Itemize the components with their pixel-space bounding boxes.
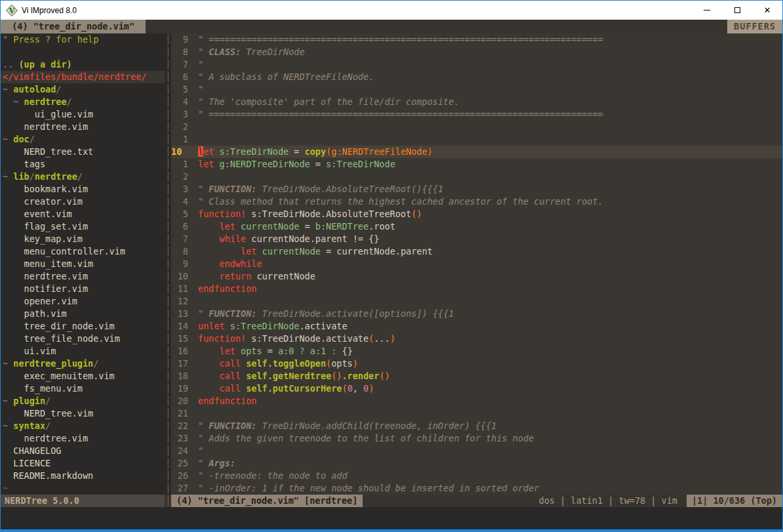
code-line[interactable]: 18 call self.getNerdtree().render()	[171, 370, 782, 382]
tree-file-syntax-nerdtree-vim[interactable]: nerdtree.vim	[1, 432, 165, 445]
line-number: 3	[171, 183, 188, 195]
code-line[interactable]: 7 while currentNode.parent != {}	[171, 233, 782, 245]
code-line[interactable]: 1	[171, 133, 782, 146]
tree-dir-autoload-nerdtree[interactable]: ~ nerdtree/	[1, 96, 165, 108]
tree-dir-syntax[interactable]: ~ syntax/	[1, 420, 165, 432]
code-line[interactable]: 25" Args:	[171, 457, 782, 470]
code-line[interactable]: 6 let currentNode = b:NERDTree.root	[171, 220, 782, 233]
tree-dir-doc[interactable]: ~ doc/	[1, 133, 165, 146]
code-text: while currentNode.parent != {}	[198, 233, 379, 245]
code-text: "	[198, 58, 203, 71]
code-line[interactable]: 6" A subclass of NERDTreeFileNode.	[171, 71, 782, 83]
tree-file-exec-menuitem[interactable]: exec_menuitem.vim	[1, 370, 165, 382]
tree-dir-plugin[interactable]: ~ plugin/	[1, 395, 165, 407]
tree-file-key-map[interactable]: key_map.vim	[1, 233, 165, 245]
tree-file-tags[interactable]: tags	[1, 158, 165, 171]
tree-file-changelog[interactable]: CHANGELOG	[1, 445, 165, 457]
tree-file-menu-controller[interactable]: menu_controller.vim	[1, 245, 165, 258]
tree-file-notifier[interactable]: notifier.vim	[1, 283, 165, 295]
line-number: 5	[171, 208, 188, 220]
code-line[interactable]: 13" FUNCTION: TreeDirNode.activate([opti…	[171, 308, 782, 320]
code-line[interactable]: 12	[171, 295, 782, 308]
tree-file-autoload-nerdtree-vim[interactable]: nerdtree.vim	[1, 121, 165, 133]
tree-file-tree-file-node[interactable]: tree_file_node.vim	[1, 333, 165, 345]
code-text: " FUNCTION: TreeDirNode.AbsoluteTreeRoot…	[198, 183, 443, 195]
tree-file-tree-dir-node[interactable]: tree_dir_node.vim	[1, 320, 165, 333]
tree-file-opener[interactable]: opener.vim	[1, 295, 165, 308]
code-text: " Args:	[198, 457, 235, 470]
code-text: return currentNode	[198, 270, 315, 283]
window-split-separator[interactable]: │ │ │ │ │ │ │ │ │ │ │ │ │ │ │ │ │ │ │ │ …	[165, 33, 171, 495]
tree-file-ui[interactable]: ui.vim	[1, 345, 165, 358]
code-line-cursor[interactable]: 10let s:TreeDirNode = copy(g:NERDTreeFil…	[171, 146, 782, 158]
code-line[interactable]: 4" The 'composite' part of the file/dir …	[171, 96, 782, 108]
code-line[interactable]: 15function! s:TreeDirNode.activate(...)	[171, 333, 782, 345]
line-number: 25	[171, 457, 188, 470]
tree-dir-lib-nerdtree[interactable]: ~ lib/nerdtree/	[1, 171, 165, 183]
code-text: call self.putCursorHere(0, 0)	[198, 382, 374, 395]
code-line[interactable]: 8" CLASS: TreeDirNode	[171, 46, 782, 58]
command-line[interactable]	[1, 507, 782, 529]
tab-tree-dir-node[interactable]: (4) "tree_dir_node.vim"	[1, 20, 146, 33]
code-line[interactable]: 9" =====================================…	[171, 33, 782, 46]
line-number: 12	[171, 295, 188, 308]
code-line[interactable]: 22" FUNCTION: TreeDirNode.addChild(treen…	[171, 420, 782, 432]
code-line[interactable]: 9 endwhile	[171, 258, 782, 270]
code-line[interactable]: 3" =====================================…	[171, 108, 782, 121]
tree-dir-autoload[interactable]: ~ autoload/	[1, 83, 165, 96]
code-line[interactable]: 24"	[171, 445, 782, 457]
code-line[interactable]: 17 call self.toggleOpen(opts)	[171, 358, 782, 370]
maximize-icon	[734, 7, 740, 13]
tree-file-bookmark[interactable]: bookmark.vim	[1, 183, 165, 195]
close-button[interactable]: ✕	[752, 1, 782, 20]
window-title: Vi IMproved 8.0	[22, 6, 692, 15]
tree-file-path[interactable]: path.vim	[1, 308, 165, 320]
maximize-button[interactable]	[722, 1, 752, 20]
code-line[interactable]: 1let g:NERDTreeDirNode = s:TreeDirNode	[171, 158, 782, 171]
tree-end-of-buffer[interactable]: ~	[1, 482, 165, 495]
tree-file-menu-item[interactable]: menu_item.vim	[1, 258, 165, 270]
tree-file-creator[interactable]: creator.vim	[1, 195, 165, 208]
code-line[interactable]: 5function! s:TreeDirNode.AbsoluteTreeRoo…	[171, 208, 782, 220]
tree-file-ui-glue[interactable]: ui_glue.vim	[1, 108, 165, 121]
tree-file-fs-menu[interactable]: fs_menu.vim	[1, 382, 165, 395]
tree-file-flag-set[interactable]: flag_set.vim	[1, 220, 165, 233]
tree-file-nerd-tree-txt[interactable]: NERD_tree.txt	[1, 146, 165, 158]
editor-pane[interactable]: 9" =====================================…	[171, 33, 782, 495]
nerdtree-pane[interactable]: " Press ? for help.. (up a dir)</vimfile…	[1, 33, 165, 495]
code-line[interactable]: 2	[171, 171, 782, 183]
tree-dir-nerdtree-plugin[interactable]: ~ nerdtree_plugin/	[1, 358, 165, 370]
tree-file-event[interactable]: event.vim	[1, 208, 165, 220]
code-line[interactable]: 7"	[171, 58, 782, 71]
code-line[interactable]: 10 return currentNode	[171, 270, 782, 283]
code-text: " CLASS: TreeDirNode	[198, 46, 305, 58]
code-line[interactable]: 26" -treenode: the node to add	[171, 470, 782, 482]
code-line[interactable]: 8 let currentNode = currentNode.parent	[171, 245, 782, 258]
code-line[interactable]: 20endfunction	[171, 395, 782, 407]
line-number: 10	[171, 146, 188, 158]
code-text: let currentNode = currentNode.parent	[198, 245, 433, 258]
code-line[interactable]: 27" -inOrder: 1 if the new node should b…	[171, 482, 782, 495]
code-line[interactable]: 23" Adds the given treenode to the list …	[171, 432, 782, 445]
line-number: 8	[171, 245, 188, 258]
code-line[interactable]: 5"	[171, 83, 782, 96]
code-line[interactable]: 16 let opts = a:0 ? a:1 : {}	[171, 345, 782, 358]
tree-file-lib-nerdtree-vim[interactable]: nerdtree.vim	[1, 270, 165, 283]
minimize-button[interactable]	[692, 1, 722, 20]
tree-up-dir[interactable]: .. (up a dir)	[1, 58, 165, 71]
code-line[interactable]: 4" Class method that returns the highest…	[171, 195, 782, 208]
tree-blank-line[interactable]	[1, 46, 165, 58]
code-line[interactable]: 2	[171, 121, 782, 133]
code-line[interactable]: 14unlet s:TreeDirNode.activate	[171, 320, 782, 333]
tree-help-line[interactable]: " Press ? for help	[1, 33, 165, 46]
tree-file-licence[interactable]: LICENCE	[1, 457, 165, 470]
code-line[interactable]: 3" FUNCTION: TreeDirNode.AbsoluteTreeRoo…	[171, 183, 782, 195]
code-line[interactable]: 11endfunction	[171, 283, 782, 295]
line-number: 19	[171, 382, 188, 395]
tree-file-readme[interactable]: README.markdown	[1, 470, 165, 482]
code-line[interactable]: 19 call self.putCursorHere(0, 0)	[171, 382, 782, 395]
code-text: " FUNCTION: TreeDirNode.activate([option…	[198, 308, 454, 320]
tree-root-path[interactable]: </vimfiles/bundle/nerdtree/	[1, 71, 165, 83]
code-line[interactable]: 21	[171, 407, 782, 420]
tree-file-nerd-tree-vim[interactable]: NERD_tree.vim	[1, 407, 165, 420]
